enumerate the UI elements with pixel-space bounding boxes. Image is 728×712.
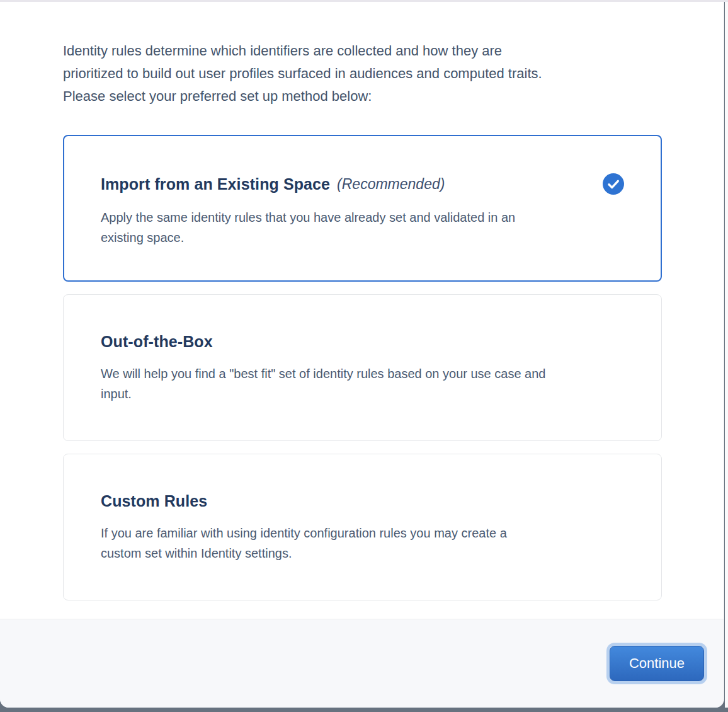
card-description: If you are familiar with using identity … [101,523,624,563]
card-title: Import from an Existing Space [101,175,330,193]
intro-line: Identity rules determine which identifie… [63,43,502,59]
card-description: We will help you find a "best fit" set o… [101,364,624,404]
card-description-line: existing space. [101,227,624,248]
card-title-row: Out-of-the-Box [101,333,624,351]
card-description-line: Apply the same identity rules that you h… [101,207,624,227]
top-edge-divider [0,0,728,2]
card-title: Custom Rules [101,492,207,510]
card-description-line: input. [101,384,624,404]
continue-button[interactable]: Continue [610,646,704,681]
card-description-line: If you are familiar with using identity … [101,523,624,543]
screen: Identity rules determine which identifie… [0,0,728,712]
card-title-row: Custom Rules [101,492,624,510]
modal-footer: Continue [0,619,724,708]
recommended-label: (Recommended) [337,176,445,193]
option-card-custom-rules[interactable]: Custom Rules If you are familiar with us… [63,454,662,600]
card-description-line: custom set within Identity settings. [101,543,624,563]
card-title: Out-of-the-Box [101,333,213,351]
card-title-row: Import from an Existing Space (Recommend… [101,173,624,195]
intro-line: Please select your preferred set up meth… [63,88,372,104]
right-page-background [725,2,728,708]
option-card-out-of-the-box[interactable]: Out-of-the-Box We will help you find a "… [63,294,662,441]
check-icon [603,173,624,195]
intro-text: Identity rules determine which identifie… [63,40,662,108]
option-card-import-existing-space[interactable]: Import from an Existing Space (Recommend… [63,135,662,282]
modal-body: Identity rules determine which identifie… [0,2,724,619]
intro-line: prioritized to build out user profiles s… [63,66,542,81]
card-description: Apply the same identity rules that you h… [101,207,624,248]
identity-setup-modal: Identity rules determine which identifie… [0,2,724,708]
card-description-line: We will help you find a "best fit" set o… [101,364,624,384]
